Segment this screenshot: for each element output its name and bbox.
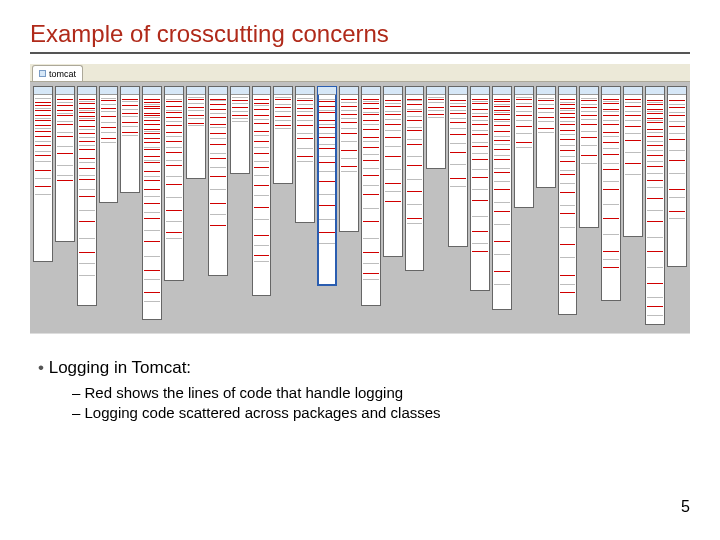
code-line bbox=[232, 111, 248, 112]
code-column[interactable] bbox=[142, 86, 162, 320]
column-header bbox=[624, 87, 642, 95]
logging-line bbox=[144, 218, 160, 219]
logging-line bbox=[297, 115, 313, 116]
code-column[interactable] bbox=[514, 86, 534, 208]
code-line bbox=[603, 204, 619, 205]
logging-line bbox=[494, 101, 510, 102]
code-line bbox=[144, 131, 160, 132]
code-column[interactable] bbox=[339, 86, 359, 232]
logging-line bbox=[560, 113, 576, 114]
code-column[interactable] bbox=[252, 86, 272, 296]
code-column[interactable] bbox=[470, 86, 490, 291]
code-line bbox=[275, 97, 291, 98]
logging-line bbox=[144, 99, 160, 100]
logging-line bbox=[625, 126, 641, 127]
code-line bbox=[581, 163, 597, 164]
code-column[interactable] bbox=[77, 86, 97, 306]
logging-line bbox=[210, 203, 226, 204]
column-header bbox=[559, 87, 577, 95]
logging-line bbox=[57, 180, 73, 181]
logging-line bbox=[144, 203, 160, 204]
code-column[interactable] bbox=[99, 86, 119, 203]
logging-line bbox=[79, 133, 95, 134]
code-line bbox=[319, 124, 335, 125]
logging-line bbox=[647, 221, 663, 222]
logging-line bbox=[35, 105, 51, 106]
logging-line bbox=[166, 101, 182, 102]
code-column[interactable] bbox=[164, 86, 184, 281]
code-column[interactable] bbox=[55, 86, 75, 242]
code-line bbox=[363, 279, 379, 280]
logging-line bbox=[603, 142, 619, 143]
logging-line bbox=[122, 99, 138, 100]
logging-line bbox=[385, 201, 401, 202]
logging-line bbox=[603, 103, 619, 104]
code-line bbox=[35, 151, 51, 152]
logging-line bbox=[560, 292, 576, 293]
logging-line bbox=[647, 306, 663, 307]
code-column[interactable] bbox=[601, 86, 621, 301]
code-line bbox=[647, 267, 663, 268]
logging-line bbox=[647, 122, 663, 123]
code-line bbox=[494, 254, 510, 255]
code-column[interactable] bbox=[230, 86, 250, 174]
code-line bbox=[144, 176, 160, 177]
logging-line bbox=[560, 150, 576, 151]
logging-line bbox=[166, 152, 182, 153]
logging-line bbox=[210, 158, 226, 159]
tab-tomcat[interactable]: tomcat bbox=[32, 65, 83, 81]
code-column[interactable] bbox=[405, 86, 425, 271]
logging-line bbox=[450, 113, 466, 114]
logging-line bbox=[166, 184, 182, 185]
code-line bbox=[407, 127, 423, 128]
logging-line bbox=[101, 138, 117, 139]
logging-line bbox=[560, 104, 576, 105]
code-column[interactable] bbox=[383, 86, 403, 257]
logging-line bbox=[603, 132, 619, 133]
code-line bbox=[232, 103, 248, 104]
logging-line bbox=[144, 142, 160, 143]
code-column[interactable] bbox=[208, 86, 228, 276]
code-column[interactable] bbox=[536, 86, 556, 188]
code-line bbox=[319, 144, 335, 145]
logging-line bbox=[603, 115, 619, 116]
code-column[interactable] bbox=[426, 86, 446, 169]
column-header bbox=[100, 87, 118, 95]
code-column[interactable] bbox=[186, 86, 206, 179]
code-viewer: tomcat bbox=[30, 64, 690, 334]
code-column[interactable] bbox=[492, 86, 512, 310]
logging-line bbox=[254, 141, 270, 142]
logging-line bbox=[57, 153, 73, 154]
code-column[interactable] bbox=[448, 86, 468, 247]
code-line bbox=[472, 243, 488, 244]
code-line bbox=[254, 105, 270, 106]
code-line bbox=[494, 155, 510, 156]
code-column[interactable] bbox=[33, 86, 53, 262]
logging-line bbox=[647, 145, 663, 146]
code-column[interactable] bbox=[623, 86, 643, 237]
code-column[interactable] bbox=[120, 86, 140, 193]
logging-line bbox=[472, 124, 488, 125]
code-column[interactable] bbox=[295, 86, 315, 223]
code-column[interactable] bbox=[579, 86, 599, 228]
logging-line bbox=[450, 106, 466, 107]
code-line bbox=[79, 238, 95, 239]
logging-line bbox=[122, 132, 138, 133]
code-column[interactable] bbox=[667, 86, 687, 267]
logging-line bbox=[275, 99, 291, 100]
logging-line bbox=[669, 211, 685, 212]
code-line bbox=[385, 119, 401, 120]
code-column[interactable] bbox=[558, 86, 578, 315]
code-line bbox=[232, 97, 248, 98]
code-line bbox=[166, 221, 182, 222]
code-line bbox=[625, 174, 641, 175]
code-column[interactable] bbox=[361, 86, 381, 306]
code-column[interactable] bbox=[273, 86, 293, 184]
logging-line bbox=[232, 100, 248, 101]
column-header bbox=[143, 87, 161, 95]
logging-line bbox=[101, 108, 117, 109]
code-column[interactable] bbox=[317, 86, 337, 286]
code-column[interactable] bbox=[645, 86, 665, 325]
code-line bbox=[647, 141, 663, 142]
code-line bbox=[560, 145, 576, 146]
